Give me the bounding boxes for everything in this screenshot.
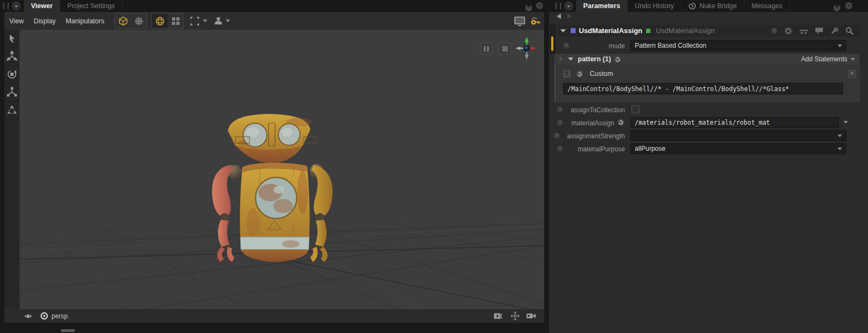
param-help-badge[interactable]: ? — [557, 145, 563, 152]
params-scrollbar-thumb[interactable] — [551, 36, 553, 51]
pane-drag-handle[interactable] — [3, 3, 9, 9]
chevron-down-icon — [838, 148, 842, 150]
stop-button[interactable] — [499, 42, 511, 55]
globe-icon — [133, 16, 144, 27]
viewer-statusbar: persp — [4, 309, 544, 323]
menu-display[interactable]: Display — [29, 17, 61, 25]
monitor-output-button[interactable] — [512, 14, 527, 28]
flipbook-icon[interactable] — [494, 312, 504, 321]
quad-view-button[interactable] — [168, 14, 183, 28]
node-type: UsdMaterialAssign — [656, 27, 714, 35]
marquee-dropdown-button[interactable] — [189, 16, 207, 27]
materialAssign-input[interactable]: /materials/robot_materials/robot_mat — [630, 117, 839, 128]
viewer-toolbar: View Display Manipulators — [4, 12, 544, 30]
pane-drag-handle[interactable] — [556, 3, 561, 9]
camera-person-dropdown-button[interactable] — [214, 16, 230, 25]
translate-icon — [6, 50, 18, 62]
select-tool-button[interactable] — [4, 30, 20, 48]
assignToCollection-checkbox[interactable] — [631, 105, 640, 113]
materialAssign-dropdown-button[interactable] — [844, 121, 848, 124]
tab-undo-history[interactable]: Undo History — [628, 0, 681, 12]
key-icon — [530, 16, 541, 27]
pane-menu-button[interactable] — [564, 2, 573, 10]
search-icon[interactable] — [845, 27, 854, 35]
scale-tool-button[interactable] — [4, 84, 20, 101]
eye-icon — [24, 312, 33, 320]
menu-view[interactable]: View — [4, 17, 29, 25]
node-color-badge-green — [646, 29, 650, 33]
comment-bubble-icon[interactable] — [815, 27, 824, 35]
tab-viewer[interactable]: Viewer — [24, 0, 60, 12]
camera-select-button[interactable] — [40, 312, 48, 320]
application-window: Viewer Project Settings × View Display M… — [0, 0, 868, 333]
node-expand-toggle[interactable] — [560, 29, 566, 33]
pattern-expand-toggle[interactable] — [568, 57, 573, 61]
menu-manipulators[interactable]: Manipulators — [61, 17, 110, 25]
history-back-button[interactable] — [557, 14, 561, 19]
tab-nuke-bridge[interactable]: Nuke Bridge — [681, 0, 744, 12]
float-icon — [525, 4, 532, 11]
pattern-group-header: ? pattern (1) Add Statements — [554, 54, 859, 65]
wrench-icon[interactable] — [830, 27, 839, 35]
pane-close-button[interactable]: × — [536, 2, 543, 9]
pane-menu-button[interactable] — [12, 2, 21, 10]
wire-sphere-button[interactable] — [152, 14, 168, 28]
camera-icon[interactable] — [526, 312, 537, 320]
delete-statement-button[interactable]: × — [848, 70, 856, 78]
history-forward-button[interactable] — [567, 14, 572, 19]
tab-project-settings[interactable]: Project Settings — [60, 0, 123, 12]
globe-shading-button[interactable] — [131, 14, 146, 28]
chevron-down-icon — [567, 5, 570, 8]
params-scrollbar-track[interactable] — [550, 24, 556, 54]
tab-parameters[interactable]: Parameters — [576, 0, 628, 12]
revert-icon[interactable] — [614, 56, 621, 63]
viewport[interactable] — [20, 30, 544, 309]
pane-float-button[interactable] — [833, 2, 840, 11]
chevron-down-icon — [851, 58, 855, 61]
quad-view-icon — [171, 16, 181, 26]
axis-gizmo[interactable] — [514, 36, 539, 61]
node-graph-icon[interactable] — [799, 27, 808, 35]
robot-model — [20, 30, 544, 309]
assignToCollection-label: assignToCollection — [565, 106, 625, 114]
pattern-expression-input[interactable]: /MainControl/BodyShell//* - /MainControl… — [563, 83, 843, 94]
shaded-cube-button[interactable] — [115, 14, 131, 28]
node-name: UsdMaterialAssign — [579, 27, 642, 35]
cube-icon — [118, 16, 129, 27]
revert-icon[interactable] — [576, 71, 583, 78]
reorder-handle-icon[interactable]: ⇅ — [563, 70, 571, 78]
sync-selection-button[interactable] — [527, 14, 543, 28]
materialAssign-label: materialAssign — [554, 119, 614, 127]
chevron-down-icon — [203, 20, 207, 22]
select-arrow-icon — [7, 33, 17, 44]
rotate-tool-button[interactable] — [4, 66, 20, 84]
forward-arrow-icon — [567, 14, 572, 19]
add-statements-button[interactable]: Add Statements — [801, 55, 855, 63]
orbit-pivot-tool-button[interactable] — [4, 101, 20, 119]
help-icon[interactable]: ? — [771, 28, 777, 34]
aperture-icon — [40, 312, 48, 320]
assignmentStrength-label: assignmentStrength — [561, 132, 625, 140]
mode-dropdown[interactable]: Pattern Based Collection — [630, 40, 846, 51]
visibility-toggle[interactable] — [24, 312, 33, 320]
assignmentStrength-dropdown[interactable] — [630, 130, 846, 141]
param-help-badge[interactable]: ? — [557, 106, 563, 113]
translate-tool-button[interactable] — [4, 48, 20, 66]
viewer-bottom-strip — [0, 323, 547, 333]
gear-icon[interactable] — [784, 27, 793, 35]
pan-move-icon[interactable] — [510, 311, 520, 321]
camera-name-label[interactable]: persp — [52, 312, 68, 320]
pane-close-button[interactable]: × — [845, 2, 852, 9]
param-help-badge[interactable]: ? — [557, 56, 564, 62]
param-help-badge[interactable]: ? — [553, 132, 560, 139]
tab-messages[interactable]: Messages — [744, 0, 790, 12]
pause-button[interactable] — [480, 42, 493, 55]
h-scrollbar-thumb[interactable] — [61, 329, 75, 332]
param-help-badge[interactable]: ? — [563, 42, 570, 49]
wire-sphere-icon — [155, 16, 165, 27]
revert-icon[interactable] — [617, 119, 624, 126]
pane-float-button[interactable] — [525, 2, 532, 11]
person-icon — [214, 16, 223, 25]
node-color-badge-blue — [571, 28, 576, 33]
materialPurpose-dropdown[interactable]: allPurpose — [630, 143, 846, 154]
